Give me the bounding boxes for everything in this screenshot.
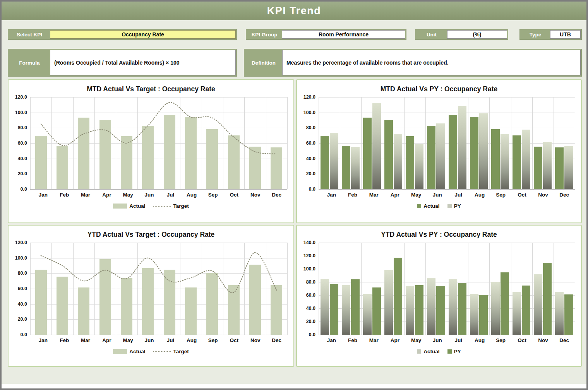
bar-actual-jan [321, 136, 329, 189]
plot [319, 97, 575, 189]
bar-actual-dec [555, 147, 564, 189]
legend-item-actual: Actual [113, 203, 145, 209]
chart-title: MTD Actual Vs Target : Occupancy Rate [9, 85, 293, 93]
category-cell [489, 243, 511, 335]
kpi-group-label: KPI Group [247, 30, 282, 39]
category-cell [554, 243, 575, 335]
bar-py-jan [330, 284, 338, 335]
category-cell [425, 243, 447, 335]
chart-legend: ActualPY [297, 349, 581, 354]
plot [319, 243, 575, 335]
x-tick-label: Apr [96, 337, 117, 343]
target-line-series [30, 97, 287, 189]
x-tick-label: May [406, 337, 427, 343]
x-tick-label: Mar [75, 192, 96, 198]
bottom-margin-strip [2, 384, 586, 388]
x-tick-label: Jul [448, 192, 469, 198]
bar-actual-jun [427, 278, 435, 335]
bar-py-nov [543, 142, 552, 189]
x-tick-label: Oct [511, 337, 533, 343]
bar-actual-feb [342, 146, 350, 189]
y-tick-label: 80.0 [18, 270, 27, 276]
x-tick-label: Jun [139, 337, 160, 343]
bar-actual-apr [384, 270, 393, 335]
bar-py-jul [458, 106, 466, 189]
x-tick-label: Sep [490, 192, 511, 198]
x-tick-label: Aug [469, 192, 490, 198]
x-tick-label: Feb [54, 337, 75, 343]
legend-label: Actual [129, 349, 145, 354]
x-tick-label: Jul [448, 337, 469, 343]
y-tick-label: 120.0 [15, 240, 27, 245]
bar-py-jun [436, 123, 445, 189]
x-axis: JanFebMarAprMayJunJulAugSepOctNovDec [297, 335, 581, 343]
unit-control: Unit (%) [415, 29, 508, 40]
y-tick-label: 80.0 [306, 125, 315, 130]
formula-control: Formula (Rooms Occupied / Total Availabl… [8, 49, 237, 77]
bar-swatch [113, 204, 127, 209]
category-cell [468, 243, 489, 335]
bar-actual-jun [427, 126, 435, 189]
x-tick-label: May [117, 192, 139, 198]
dotted-line-swatch [153, 206, 171, 207]
bar-actual-oct [513, 292, 521, 335]
x-tick-label: Oct [223, 192, 245, 198]
bar-swatch [417, 349, 421, 354]
select-kpi-dropdown[interactable]: Occupancy Rate [50, 30, 236, 39]
bar-py-may [415, 144, 423, 189]
y-tick-label: 100.0 [15, 255, 27, 261]
x-tick-label: Dec [554, 192, 575, 198]
x-tick-label: Nov [533, 192, 554, 198]
type-control: Type UTB [519, 29, 582, 40]
kpi-group-value: Room Performance [282, 30, 405, 39]
bar-actual-aug [470, 117, 478, 189]
x-tick-label: Sep [202, 337, 224, 343]
y-tick-label: 20.0 [18, 316, 27, 322]
kpi-group-control: KPI Group Room Performance [246, 29, 406, 40]
y-tick-label: 40.0 [18, 156, 27, 161]
chart-mtd-actual-vs-target: MTD Actual Vs Target : Occupancy Rate 12… [8, 79, 294, 223]
chart-legend: ActualTarget [9, 203, 293, 209]
y-tick-label: 60.0 [18, 286, 27, 291]
bar-swatch [447, 204, 452, 208]
y-tick-label: 100.0 [303, 110, 315, 115]
definition-label: Definition [245, 50, 282, 75]
v-gridline [287, 97, 288, 189]
x-tick-label: Feb [342, 337, 363, 343]
bar-actual-nov [534, 147, 542, 189]
definition-value: Measures the percentage of available roo… [282, 50, 581, 75]
category-cell [511, 243, 532, 335]
bar-actual-sep [491, 129, 500, 189]
x-tick-label: Mar [363, 337, 384, 343]
legend-item-target: Target [153, 349, 189, 354]
category-cell [383, 243, 404, 335]
bar-py-oct [522, 130, 530, 189]
y-tick-label: 60.0 [306, 292, 315, 298]
chart-legend: ActualTarget [9, 349, 293, 354]
x-tick-label: Oct [223, 337, 245, 343]
x-axis: JanFebMarAprMayJunJulAugSepOctNovDec [297, 189, 581, 198]
chart-title: MTD Actual Vs PY : Occupancy Rate [297, 85, 581, 93]
category-cell [447, 243, 468, 335]
bar-actual-dec [555, 292, 564, 335]
category-cell [425, 97, 447, 189]
x-tick-label: Jun [427, 337, 448, 343]
category-cell [468, 97, 489, 189]
y-tick-label: 0.0 [21, 186, 27, 192]
bar-swatch [417, 204, 421, 208]
x-tick-label: Sep [490, 337, 511, 343]
legend-item-actual: Actual [113, 349, 145, 354]
category-cell [404, 243, 425, 335]
bar-py-mar [372, 103, 381, 189]
legend-item-py: PY [447, 203, 461, 209]
x-tick-label: Jun [427, 192, 448, 198]
x-axis: JanFebMarAprMayJunJulAugSepOctNovDec [9, 335, 293, 343]
y-tick-label: 120.0 [303, 94, 315, 100]
category-cell [319, 97, 340, 189]
x-tick-label: Dec [266, 192, 287, 198]
bar-py-apr [394, 258, 402, 335]
target-line-series [30, 243, 287, 335]
h-gridline [319, 335, 575, 335]
x-axis: JanFebMarAprMayJunJulAugSepOctNovDec [9, 189, 293, 198]
y-tick-label: 140.0 [303, 240, 315, 245]
